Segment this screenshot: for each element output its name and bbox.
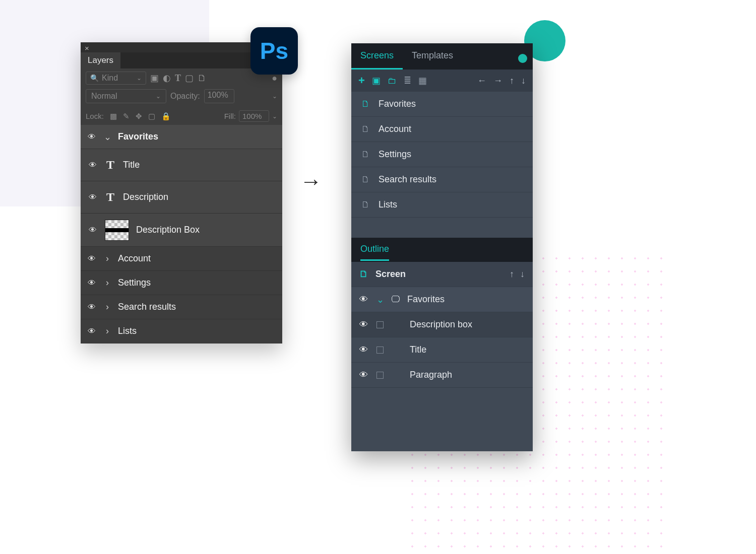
type-layer-icon: T: [105, 190, 116, 204]
list-icon[interactable]: ≣: [404, 75, 411, 86]
folder-add-icon[interactable]: 🗀: [388, 76, 397, 86]
checkbox-icon[interactable]: [376, 347, 384, 354]
layer-group-settings[interactable]: 👁 › Settings: [81, 271, 282, 295]
screen-label: Lists: [379, 199, 397, 210]
blend-row: Normal ⌄ Opacity: 100% ⌄: [81, 88, 282, 107]
outline-label: Description box: [410, 319, 472, 330]
arrow-down-icon[interactable]: ↓: [521, 76, 526, 86]
visibility-icon[interactable]: 👁: [87, 279, 97, 288]
kind-label: Kind: [102, 74, 118, 83]
fill-input[interactable]: 100%: [239, 110, 269, 122]
lock-brush-icon[interactable]: ✎: [123, 112, 130, 121]
visibility-icon[interactable]: 👁: [88, 161, 98, 170]
layer-title[interactable]: 👁 T Title: [81, 149, 282, 181]
outline-label: Favorites: [407, 294, 445, 305]
chevron-down-icon[interactable]: ⌄: [272, 113, 277, 120]
search-icon: 🔍: [90, 74, 99, 82]
tab-layers[interactable]: Layers: [81, 52, 120, 68]
arrow-right-icon: →: [300, 169, 322, 194]
chevron-right-icon[interactable]: ›: [104, 326, 111, 336]
lock-all-icon[interactable]: 🔒: [161, 112, 171, 121]
arrow-left-icon[interactable]: ←: [477, 76, 486, 86]
arrow-up-icon[interactable]: ↑: [510, 269, 514, 280]
outline-root[interactable]: 🗋 Screen ↑ ↓: [351, 262, 533, 287]
layer-group-account[interactable]: 👁 › Account: [81, 247, 282, 271]
lock-move-icon[interactable]: ✥: [136, 112, 142, 121]
blend-mode-select[interactable]: Normal ⌄: [86, 89, 166, 103]
checkbox-icon[interactable]: [376, 372, 384, 379]
visibility-icon[interactable]: 👁: [87, 132, 97, 142]
type-layer-icon: T: [105, 158, 116, 172]
type-filter-icon[interactable]: T: [175, 73, 181, 84]
screen-label: Account: [379, 124, 411, 134]
image-filter-icon[interactable]: ▣: [150, 73, 159, 84]
outline-label: Title: [410, 344, 426, 355]
adjustment-filter-icon[interactable]: ◐: [163, 73, 171, 84]
close-icon[interactable]: ×: [85, 44, 89, 52]
chevron-down-icon: ⌄: [156, 93, 161, 100]
file-icon: 🗋: [361, 150, 370, 160]
arrow-up-icon[interactable]: ↑: [510, 76, 514, 86]
outline-group-favorites[interactable]: 👁 ⌄ 🖵 Favorites: [351, 287, 533, 312]
screen-label: Settings: [379, 149, 411, 160]
smartobj-filter-icon[interactable]: 🗋: [198, 73, 207, 84]
visibility-icon[interactable]: 👁: [359, 295, 369, 305]
favorite-file-icon: 🗋: [361, 99, 370, 109]
section-gap: [351, 218, 533, 238]
layer-group-search-results[interactable]: 👁 › Search results: [81, 295, 282, 319]
layer-group-favorites[interactable]: 👁 ⌄ Favorites: [81, 125, 282, 149]
visibility-icon[interactable]: 👁: [87, 303, 97, 312]
chevron-down-icon: ⌄: [137, 75, 142, 82]
opacity-input[interactable]: 100%: [204, 89, 234, 103]
visibility-icon[interactable]: 👁: [88, 193, 98, 202]
target-tabbar: Screens Templates: [351, 43, 533, 70]
chevron-right-icon[interactable]: ›: [104, 302, 111, 312]
lock-artboard-icon[interactable]: ▢: [148, 112, 155, 121]
photoshop-layers-panel: × Layers 🔍 Kind ⌄ ▣ ◐ T ▢ 🗋 ● Normal ⌄ O…: [81, 42, 282, 343]
chevron-down-icon[interactable]: ⌄: [104, 131, 111, 143]
shape-filter-icon[interactable]: ▢: [185, 73, 194, 84]
screen-favorites[interactable]: 🗋 Favorites: [351, 92, 533, 117]
lock-pixels-icon[interactable]: ▩: [110, 112, 117, 121]
outline-header: Outline: [351, 238, 533, 262]
arrow-right-icon[interactable]: →: [493, 76, 502, 86]
filter-row: 🔍 Kind ⌄ ▣ ◐ T ▢ 🗋 ●: [81, 68, 282, 88]
add-icon[interactable]: +: [358, 74, 365, 87]
checkbox-icon[interactable]: [376, 321, 384, 328]
outline-item-title[interactable]: 👁 Title: [351, 337, 533, 363]
layer-group-lists[interactable]: 👁 › Lists: [81, 319, 282, 343]
layer-thumbnail: [105, 220, 129, 241]
layer-list: 👁 ⌄ Favorites 👁 T Title 👁 T Description …: [81, 125, 282, 343]
chevron-down-icon[interactable]: ⌄: [272, 93, 277, 100]
visibility-icon[interactable]: 👁: [87, 254, 97, 263]
outline-item-description-box[interactable]: 👁 Description box: [351, 312, 533, 337]
visibility-icon[interactable]: 👁: [359, 345, 369, 355]
visibility-icon[interactable]: 👁: [359, 320, 369, 330]
layer-description-box[interactable]: 👁 Description Box: [81, 214, 282, 247]
layer-description[interactable]: 👁 T Description: [81, 181, 282, 214]
screen-label: Search results: [379, 174, 436, 185]
screen-search-results[interactable]: 🗋 Search results: [351, 167, 533, 192]
layer-label: Title: [123, 160, 140, 170]
screen-lists[interactable]: 🗋 Lists: [351, 192, 533, 218]
kind-filter[interactable]: 🔍 Kind ⌄: [86, 72, 146, 85]
tab-templates[interactable]: Templates: [403, 43, 462, 70]
outline-tab[interactable]: Outline: [360, 244, 389, 261]
lock-label: Lock:: [86, 112, 104, 120]
image-icon[interactable]: ▣: [372, 75, 381, 86]
visibility-icon[interactable]: 👁: [87, 327, 97, 336]
monitor-icon: 🖵: [391, 294, 400, 305]
grid-icon[interactable]: ▦: [418, 75, 427, 86]
fill-label: Fill:: [224, 112, 236, 120]
arrow-down-icon[interactable]: ↓: [520, 269, 525, 280]
visibility-icon[interactable]: 👁: [359, 370, 369, 380]
screen-settings[interactable]: 🗋 Settings: [351, 142, 533, 167]
outline-item-paragraph[interactable]: 👁 Paragraph: [351, 363, 533, 388]
layer-label: Lists: [118, 326, 137, 336]
screen-account[interactable]: 🗋 Account: [351, 117, 533, 142]
chevron-right-icon[interactable]: ›: [104, 253, 111, 264]
chevron-right-icon[interactable]: ›: [104, 278, 111, 288]
tab-screens[interactable]: Screens: [351, 43, 403, 70]
chevron-down-icon[interactable]: ⌄: [376, 294, 384, 305]
visibility-icon[interactable]: 👁: [88, 226, 98, 235]
